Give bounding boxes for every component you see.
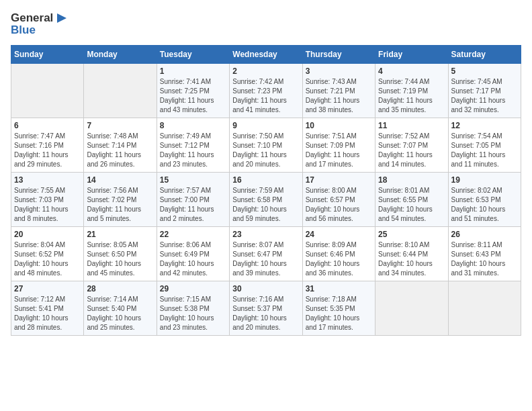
day-info: Sunrise: 7:47 AMSunset: 7:16 PMDaylight:…	[14, 132, 81, 169]
calendar-cell: 24Sunrise: 8:09 AMSunset: 6:46 PMDayligh…	[302, 226, 375, 281]
day-info: Sunrise: 8:06 AMSunset: 6:49 PMDaylight:…	[160, 240, 226, 278]
day-info: Sunrise: 7:12 AMSunset: 5:41 PMDaylight:…	[14, 295, 81, 332]
calendar-cell: 9Sunrise: 7:50 AMSunset: 7:10 PMDaylight…	[230, 118, 302, 172]
calendar-cell: 20Sunrise: 8:04 AMSunset: 6:52 PMDayligh…	[11, 226, 84, 281]
day-number: 25	[378, 230, 445, 239]
calendar-cell: 31Sunrise: 7:18 AMSunset: 5:35 PMDayligh…	[302, 281, 375, 335]
day-info: Sunrise: 7:44 AMSunset: 7:19 PMDaylight:…	[378, 77, 445, 115]
weekday-header-cell: Thursday	[302, 45, 375, 63]
weekday-header-cell: Wednesday	[230, 45, 302, 63]
weekday-header-cell: Saturday	[448, 45, 521, 63]
calendar-week-row: 1Sunrise: 7:41 AMSunset: 7:25 PMDaylight…	[11, 63, 521, 118]
calendar-cell: 4Sunrise: 7:44 AMSunset: 7:19 PMDaylight…	[375, 63, 448, 118]
day-info: Sunrise: 7:51 AMSunset: 7:09 PMDaylight:…	[306, 132, 372, 169]
day-number: 6	[14, 121, 81, 130]
day-number: 30	[232, 284, 299, 293]
calendar-cell: 22Sunrise: 8:06 AMSunset: 6:49 PMDayligh…	[157, 226, 229, 281]
day-number: 3	[306, 66, 372, 76]
calendar-cell: 5Sunrise: 7:45 AMSunset: 7:17 PMDaylight…	[448, 63, 521, 118]
day-number: 22	[160, 230, 226, 239]
calendar-cell: 10Sunrise: 7:51 AMSunset: 7:09 PMDayligh…	[302, 118, 375, 172]
day-number: 21	[87, 230, 153, 239]
day-info: Sunrise: 7:48 AMSunset: 7:14 PMDaylight:…	[87, 132, 153, 169]
day-number: 13	[14, 175, 81, 185]
day-info: Sunrise: 8:09 AMSunset: 6:46 PMDaylight:…	[306, 240, 372, 278]
day-info: Sunrise: 7:15 AMSunset: 5:38 PMDaylight:…	[160, 295, 226, 332]
day-info: Sunrise: 7:56 AMSunset: 7:02 PMDaylight:…	[87, 186, 153, 224]
day-number: 27	[14, 284, 81, 293]
day-info: Sunrise: 7:16 AMSunset: 5:37 PMDaylight:…	[232, 295, 299, 332]
calendar-cell: 25Sunrise: 8:10 AMSunset: 6:44 PMDayligh…	[375, 226, 448, 281]
weekday-header-cell: Tuesday	[157, 45, 229, 63]
day-number: 26	[451, 230, 518, 239]
calendar-body: 1Sunrise: 7:41 AMSunset: 7:25 PMDaylight…	[11, 63, 521, 335]
calendar-cell: 23Sunrise: 8:07 AMSunset: 6:47 PMDayligh…	[230, 226, 302, 281]
day-info: Sunrise: 7:42 AMSunset: 7:23 PMDaylight:…	[232, 77, 299, 115]
logo-arrow-icon	[54, 11, 69, 26]
day-info: Sunrise: 8:00 AMSunset: 6:57 PMDaylight:…	[306, 186, 372, 224]
day-info: Sunrise: 8:05 AMSunset: 6:50 PMDaylight:…	[87, 240, 153, 278]
calendar-week-row: 27Sunrise: 7:12 AMSunset: 5:41 PMDayligh…	[11, 281, 521, 335]
day-number: 16	[232, 175, 299, 185]
logo: General Blue	[11, 11, 69, 37]
calendar-table: SundayMondayTuesdayWednesdayThursdayFrid…	[11, 45, 521, 336]
weekday-header-cell: Monday	[84, 45, 157, 63]
day-number: 10	[306, 121, 372, 130]
calendar-week-row: 6Sunrise: 7:47 AMSunset: 7:16 PMDaylight…	[11, 118, 521, 172]
day-info: Sunrise: 7:41 AMSunset: 7:25 PMDaylight:…	[160, 77, 226, 115]
day-number: 7	[87, 121, 153, 130]
day-info: Sunrise: 7:49 AMSunset: 7:12 PMDaylight:…	[160, 132, 226, 169]
calendar-cell: 12Sunrise: 7:54 AMSunset: 7:05 PMDayligh…	[448, 118, 521, 172]
calendar-cell: 27Sunrise: 7:12 AMSunset: 5:41 PMDayligh…	[11, 281, 84, 335]
logo-text-general: General	[11, 12, 53, 25]
day-number: 12	[451, 121, 518, 130]
day-info: Sunrise: 8:02 AMSunset: 6:53 PMDaylight:…	[451, 186, 518, 224]
day-number: 31	[306, 284, 372, 293]
calendar-cell: 18Sunrise: 8:01 AMSunset: 6:55 PMDayligh…	[375, 172, 448, 226]
svg-marker-0	[57, 13, 66, 23]
day-info: Sunrise: 8:04 AMSunset: 6:52 PMDaylight:…	[14, 240, 81, 278]
day-info: Sunrise: 7:50 AMSunset: 7:10 PMDaylight:…	[232, 132, 299, 169]
calendar-cell	[375, 281, 448, 335]
day-info: Sunrise: 7:18 AMSunset: 5:35 PMDaylight:…	[306, 295, 372, 332]
day-number: 19	[451, 175, 518, 185]
day-info: Sunrise: 8:01 AMSunset: 6:55 PMDaylight:…	[378, 186, 445, 224]
calendar-cell: 28Sunrise: 7:14 AMSunset: 5:40 PMDayligh…	[84, 281, 157, 335]
calendar-cell: 29Sunrise: 7:15 AMSunset: 5:38 PMDayligh…	[157, 281, 229, 335]
calendar-cell: 11Sunrise: 7:52 AMSunset: 7:07 PMDayligh…	[375, 118, 448, 172]
calendar-cell: 7Sunrise: 7:48 AMSunset: 7:14 PMDaylight…	[84, 118, 157, 172]
calendar-cell: 8Sunrise: 7:49 AMSunset: 7:12 PMDaylight…	[157, 118, 229, 172]
weekday-header-cell: Friday	[375, 45, 448, 63]
day-number: 20	[14, 230, 81, 239]
logo-text-blue: Blue	[11, 24, 69, 37]
day-number: 24	[306, 230, 372, 239]
day-number: 15	[160, 175, 226, 185]
calendar-cell: 16Sunrise: 7:59 AMSunset: 6:58 PMDayligh…	[230, 172, 302, 226]
day-number: 11	[378, 121, 445, 130]
calendar-week-row: 13Sunrise: 7:55 AMSunset: 7:03 PMDayligh…	[11, 172, 521, 226]
day-info: Sunrise: 7:55 AMSunset: 7:03 PMDaylight:…	[14, 186, 81, 224]
day-info: Sunrise: 8:11 AMSunset: 6:43 PMDaylight:…	[451, 240, 518, 278]
day-info: Sunrise: 8:10 AMSunset: 6:44 PMDaylight:…	[378, 240, 445, 278]
calendar-week-row: 20Sunrise: 8:04 AMSunset: 6:52 PMDayligh…	[11, 226, 521, 281]
day-info: Sunrise: 7:54 AMSunset: 7:05 PMDaylight:…	[451, 132, 518, 169]
calendar-cell: 21Sunrise: 8:05 AMSunset: 6:50 PMDayligh…	[84, 226, 157, 281]
day-number: 5	[451, 66, 518, 76]
calendar-cell	[84, 63, 157, 118]
day-number: 18	[378, 175, 445, 185]
day-number: 17	[306, 175, 372, 185]
calendar-cell: 14Sunrise: 7:56 AMSunset: 7:02 PMDayligh…	[84, 172, 157, 226]
weekday-header-row: SundayMondayTuesdayWednesdayThursdayFrid…	[11, 45, 521, 63]
day-number: 29	[160, 284, 226, 293]
day-number: 8	[160, 121, 226, 130]
calendar-cell: 6Sunrise: 7:47 AMSunset: 7:16 PMDaylight…	[11, 118, 84, 172]
day-info: Sunrise: 7:45 AMSunset: 7:17 PMDaylight:…	[451, 77, 518, 115]
day-info: Sunrise: 7:43 AMSunset: 7:21 PMDaylight:…	[306, 77, 372, 115]
day-info: Sunrise: 7:52 AMSunset: 7:07 PMDaylight:…	[378, 132, 445, 169]
calendar-cell	[448, 281, 521, 335]
day-number: 23	[232, 230, 299, 239]
calendar-cell: 19Sunrise: 8:02 AMSunset: 6:53 PMDayligh…	[448, 172, 521, 226]
calendar-cell: 1Sunrise: 7:41 AMSunset: 7:25 PMDaylight…	[157, 63, 229, 118]
calendar-cell: 17Sunrise: 8:00 AMSunset: 6:57 PMDayligh…	[302, 172, 375, 226]
calendar-cell: 2Sunrise: 7:42 AMSunset: 7:23 PMDaylight…	[230, 63, 302, 118]
